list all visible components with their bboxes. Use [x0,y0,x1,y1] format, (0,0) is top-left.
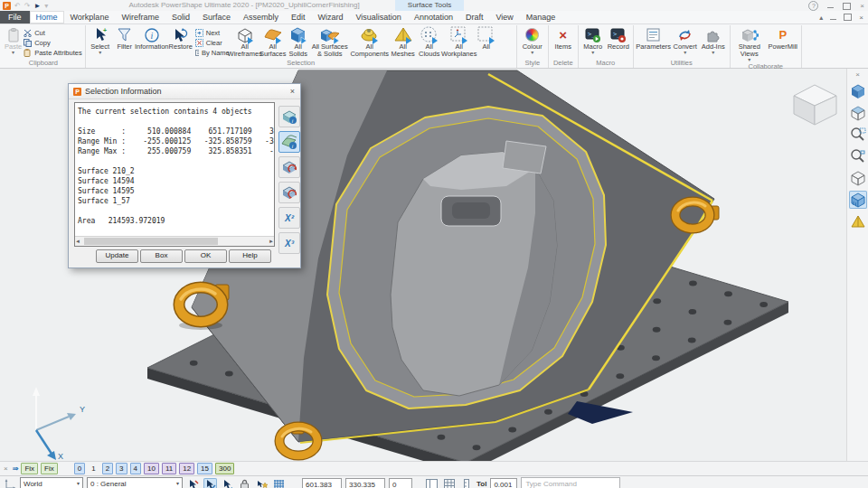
iso-view-button[interactable] [849,82,867,100]
tab-manage[interactable]: Manage [520,11,562,23]
position-cursor-icon[interactable] [203,478,217,488]
scroll-left-icon[interactable]: ◄ [75,239,80,244]
level-chip-1[interactable]: 1 [88,463,99,474]
level-chip-4[interactable]: 4 [130,463,141,474]
parameters-button[interactable]: Parameters [637,25,671,51]
paste-attributes-button[interactable]: Paste Attributes [24,48,82,57]
close-icon[interactable]: × [860,2,864,10]
squared-icon[interactable]: X² [278,207,300,229]
tab-file[interactable]: File [0,11,30,23]
surface-info-icon[interactable]: i [278,131,300,153]
horizontal-scrollbar[interactable]: ◄ ► [75,236,274,246]
compare-back-icon[interactable] [278,182,300,203]
convert-button[interactable]: Convert ▾ [673,25,698,55]
view-cube[interactable] [794,85,836,125]
shading-mode-button[interactable] [849,191,867,209]
compare-forward-icon[interactable] [278,156,300,178]
snap-icon[interactable] [255,478,269,488]
powermill-button[interactable]: P PowerMill [768,25,798,51]
lock-icon[interactable] [238,478,251,488]
tab-draft[interactable]: Draft [459,11,490,23]
scrollbar-thumb[interactable] [84,238,218,245]
copy-button[interactable]: Copy [24,38,82,47]
all-workplanes-button[interactable]: All Workplanes [443,25,476,58]
command-input[interactable] [521,477,620,488]
levels-arrow-icon[interactable]: ⇒ [13,465,19,473]
level-chip-11[interactable]: 11 [162,463,176,474]
levels-close-icon[interactable]: × [4,465,8,473]
level-chip-12[interactable]: 12 [179,463,194,474]
next-button[interactable]: Next [195,28,230,37]
cubed-icon[interactable]: X³ [278,232,300,254]
fix-toggle-a[interactable]: Fix [21,463,38,474]
solid-info-icon[interactable]: i [278,106,300,127]
table-view-icon[interactable] [425,478,439,488]
view-toolbar-close-icon[interactable]: × [855,70,860,79]
shared-views-button[interactable]: Shared Views ▾ [733,25,766,62]
all-components-button[interactable]: All Components [351,25,389,58]
level-chip-15[interactable]: 15 [197,463,212,474]
all-solids-button[interactable]: All Solids [288,25,309,58]
minimize-icon[interactable] [827,7,834,9]
colour-button[interactable]: Colour ▾ [520,25,545,55]
all-meshes-button[interactable]: All Meshes [391,25,416,58]
tab-assembly[interactable]: Assembly [237,11,285,23]
dialog-titlebar[interactable]: P Selection Information × [69,84,300,99]
clear-button[interactable]: Clear [195,38,230,47]
ruler-icon[interactable] [459,478,473,488]
intelligent-cursor-icon[interactable] [186,478,200,488]
powershape-logo-icon[interactable]: P [3,2,11,10]
tab-solid[interactable]: Solid [165,11,196,23]
level-chip-300[interactable]: 300 [215,463,234,474]
view-orientation-button[interactable] [849,104,867,122]
workplane-select[interactable]: World ▾ [20,477,83,488]
tab-edit[interactable]: Edit [285,11,312,23]
dialog-close-icon[interactable]: × [290,87,295,96]
tab-annotation[interactable]: Annotation [408,11,459,23]
all-clouds-button[interactable]: All Clouds [418,25,441,58]
restore-button[interactable]: Restore [168,25,193,51]
undo-icon[interactable]: ↶ [14,2,21,10]
level-chip-0[interactable]: 0 [74,463,85,474]
by-name-button[interactable]: By Name [195,48,230,57]
tab-workplane[interactable]: Workplane [64,11,116,23]
tab-visualisation[interactable]: Visualisation [350,11,408,23]
zoom-full-button[interactable] [849,169,867,187]
scroll-right-icon[interactable]: ► [269,239,274,244]
information-button[interactable]: i Information [137,25,166,51]
contextual-tab-surface-tools[interactable]: Surface Tools [395,0,464,11]
help-icon[interactable]: ? [808,1,818,11]
all-button[interactable]: All [477,25,495,51]
tab-view[interactable]: View [489,11,519,23]
coordinate-z-field[interactable]: 0 [389,478,412,488]
grid-icon[interactable] [272,478,286,488]
doc-minimize-icon[interactable] [830,19,836,21]
level-chip-2[interactable]: 2 [102,463,113,474]
tab-wireframe[interactable]: Wireframe [115,11,165,23]
all-surfaces-button[interactable]: All Surfaces [260,25,286,58]
delete-items-button[interactable]: × Items [552,25,575,51]
add-ins-button[interactable]: Add-Ins ▾ [700,25,727,55]
mesh-view-button[interactable] [849,212,867,230]
dialog-text-area[interactable]: The current selection contains 4 objects… [74,102,275,247]
doc-close-icon[interactable]: × [859,14,863,22]
ribbon-collapse-icon[interactable]: ▴ [819,14,823,22]
level-select[interactable]: 0 : General ▾ [87,477,183,488]
level-chip-3[interactable]: 3 [116,463,127,474]
doc-restore-icon[interactable] [844,14,852,21]
filter-button[interactable]: Filter [114,25,136,51]
update-button[interactable]: Update [96,249,138,263]
select-button[interactable]: + Select ▾ [89,25,112,55]
grid-table-icon[interactable] [442,478,456,488]
all-wireframes-button[interactable]: All Wireframes [231,25,259,58]
tab-surface[interactable]: Surface [196,11,237,23]
macro-button[interactable]: >_ Macro ▾ [581,25,605,55]
tab-wizard[interactable]: Wizard [311,11,349,23]
coordinate-x-field[interactable]: 601.383 [302,478,342,488]
cut-button[interactable]: Cut [24,28,82,37]
all-surfaces-solids-button[interactable]: All Surfaces & Solids [311,25,349,58]
help-button[interactable]: Help [229,249,271,263]
zoom-button[interactable] [849,147,867,165]
level-chip-10[interactable]: 10 [144,463,159,474]
coordinate-y-field[interactable]: 330.335 [345,478,385,488]
